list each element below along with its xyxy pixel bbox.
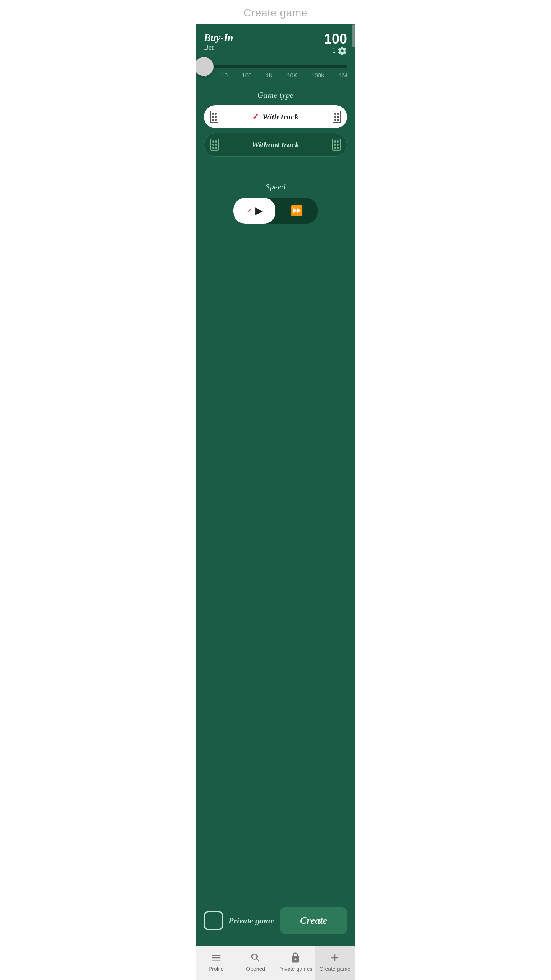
- private-game-container: Private game: [204, 911, 274, 930]
- slider-label-100: 100: [242, 72, 251, 78]
- nav-item-opened[interactable]: Opened: [236, 946, 276, 980]
- page-title: Create game: [243, 7, 307, 19]
- nav-item-private-games[interactable]: Private games: [276, 946, 315, 980]
- domino-piece: [333, 111, 341, 123]
- plus-icon: [329, 952, 341, 964]
- slider-labels: 1 10 100 1K 10K 100K 1M: [204, 72, 347, 78]
- slider-label-10k: 10K: [287, 72, 297, 78]
- slider-track[interactable]: [204, 65, 347, 68]
- speed-toggle: ✓ ▶ ⏩: [204, 198, 347, 224]
- private-game-checkbox[interactable]: [204, 911, 223, 930]
- domino-icon-left-selected: [210, 111, 218, 123]
- game-type-section: Game type ✓ With track: [204, 81, 347, 161]
- speed-title: Speed: [204, 182, 347, 192]
- gear-icon[interactable]: [337, 46, 347, 56]
- nav-label-opened: Opened: [246, 966, 265, 972]
- buyin-right: 100 1: [324, 32, 347, 56]
- nav-item-create-game[interactable]: Create game: [315, 946, 355, 980]
- slider-label-1k: 1K: [266, 72, 273, 78]
- nav-label-profile: Profile: [209, 966, 224, 972]
- speed-normal-btn[interactable]: ✓ ▶: [233, 198, 276, 224]
- bottom-actions: Private game Create: [204, 884, 347, 934]
- private-game-label: Private game: [228, 916, 274, 926]
- speed-options: ✓ ▶ ⏩: [233, 198, 318, 224]
- speed-fast-btn[interactable]: ⏩: [276, 198, 318, 224]
- buyin-amount: 100: [324, 32, 347, 46]
- checkmark-icon: ✓: [252, 112, 259, 122]
- game-type-with-track-label: ✓ With track: [252, 112, 298, 122]
- domino-icon-right-unselected: [332, 139, 341, 151]
- bottom-nav: Profile Opened Private games Create game: [196, 946, 355, 980]
- domino-piece: [210, 139, 219, 151]
- slider-label-1m: 1M: [339, 72, 347, 78]
- nav-label-create-game: Create game: [320, 966, 350, 972]
- speed-normal-check: ✓: [246, 207, 252, 215]
- game-type-without-track-label: Without track: [252, 140, 300, 150]
- speed-fast-icon: ⏩: [290, 205, 303, 217]
- main-content: Buy-In Bet 100 1 1 10 100 1K 10K 100K 1M: [196, 24, 355, 946]
- game-type-without-track[interactable]: Without track: [204, 133, 347, 157]
- buyin-bet-value: 1: [332, 46, 347, 56]
- nav-item-profile[interactable]: Profile: [196, 946, 236, 980]
- bet-slider-container[interactable]: 1 10 100 1K 10K 100K 1M: [204, 62, 347, 78]
- create-button[interactable]: Create: [280, 907, 347, 934]
- speed-section: Speed ✓ ▶ ⏩: [204, 173, 347, 224]
- domino-icon-left-unselected: [210, 139, 219, 151]
- buyin-title: Buy-In: [204, 32, 233, 44]
- speed-normal-icon: ▶: [255, 205, 263, 217]
- buyin-section: Buy-In Bet 100 1: [204, 32, 347, 56]
- page-header: Create game: [196, 0, 355, 24]
- slider-label-100k: 100K: [311, 72, 325, 78]
- lock-icon: [290, 952, 301, 964]
- game-type-title: Game type: [204, 90, 347, 100]
- buyin-bet-label: Bet: [204, 44, 233, 52]
- search-icon: [250, 952, 261, 964]
- domino-piece: [210, 111, 218, 123]
- buyin-left: Buy-In Bet: [204, 32, 233, 52]
- nav-label-private-games: Private games: [278, 966, 312, 972]
- game-type-with-track[interactable]: ✓ With track: [204, 105, 347, 128]
- menu-icon: [210, 952, 222, 964]
- domino-piece: [332, 139, 341, 151]
- domino-icon-right-selected: [333, 111, 341, 123]
- slider-label-10: 10: [222, 72, 228, 78]
